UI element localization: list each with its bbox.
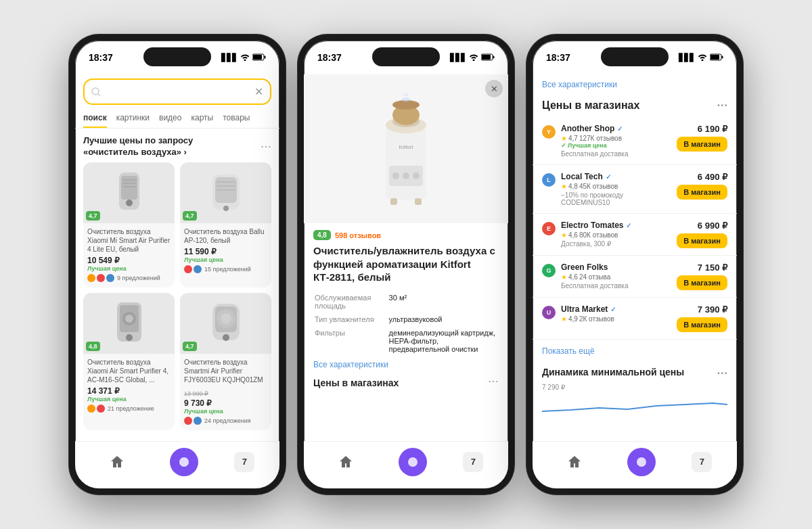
store-info-2: Local Tech ✓ ★ 4,8 45К отзывов −10% по п… [561, 172, 671, 206]
battery-icon-3 [710, 53, 723, 62]
spec-value-3: деминерализующий картридж, HEPA-фильтр, … [388, 326, 499, 356]
svg-point-19 [126, 334, 133, 341]
product-img-4: 4,7 [180, 293, 271, 354]
store-info-3: Electro Tomates ✓ ★ 4,6 80К отзывов Дост… [561, 221, 671, 248]
store-row-3: E Electro Tomates ✓ ★ 4,6 80К отзывов До… [533, 214, 737, 256]
svg-rect-1 [265, 55, 266, 58]
offers-count-1: 9 предложений [117, 275, 160, 281]
tab-goods[interactable]: товары [223, 109, 250, 128]
store-name-2: Local Tech [561, 172, 603, 181]
home-button-2[interactable] [329, 451, 363, 474]
best-price-2: Лучшая цена [184, 256, 267, 263]
best-price-1: Лучшая цена [87, 265, 171, 272]
tab-num-button-1[interactable]: 7 [234, 452, 254, 472]
search-input[interactable]: очиститель воздуха [105, 87, 250, 97]
store-name-row-3: Electro Tomates ✓ [561, 221, 671, 230]
product-info-3: Очиститель воздуха Xiaomi Air Smart Puri… [83, 354, 175, 418]
home-icon-2 [338, 455, 353, 469]
tab-search[interactable]: поиск [83, 109, 107, 128]
svg-point-35 [402, 97, 410, 101]
product-card[interactable]: 4,7 Очиститель воздуха Xiaomi Mi Smart A… [83, 162, 175, 288]
svg-point-40 [413, 172, 420, 179]
store-name-row-4: Green Folks [561, 262, 671, 272]
alice-button-1[interactable] [170, 448, 198, 476]
spec-row-1: Обслуживаемая площадь 30 м² [313, 291, 499, 313]
battery-icon-2 [481, 53, 495, 62]
product-price-3: 14 371 ₽ [87, 386, 171, 396]
dynamics-more-icon[interactable]: ⋯ [717, 367, 727, 380]
stores-more-icon[interactable]: ⋯ [488, 375, 499, 388]
rating-row: 4,8 598 отзывов [313, 230, 499, 240]
section-more-icon[interactable]: ⋯ [261, 140, 271, 153]
store-price-col-5: 7 390 ₽ В магазин [677, 304, 727, 332]
store-btn-4[interactable]: В магазин [677, 275, 727, 290]
offers-count-2: 15 предложений [204, 266, 251, 273]
tab-images[interactable]: картинки [116, 109, 150, 128]
home-button-1[interactable] [100, 451, 134, 474]
phone-prices: 18:37 ▋▋▋ Все характеристики Цены в мага… [526, 34, 743, 495]
reviews-link[interactable]: 598 отзывов [335, 231, 381, 239]
clear-icon[interactable]: ✕ [254, 85, 263, 98]
store-btn-2[interactable]: В магазин [677, 185, 727, 200]
purifier-svg-4 [206, 300, 246, 347]
tab-maps[interactable]: карты [191, 109, 213, 128]
product-detail-title: Очиститель/увлажнитель воздуха с функцие… [313, 244, 499, 284]
store-reviews-3: 80К отзывов [579, 231, 618, 239]
section-header: Лучшие цены по запросу«очиститель воздух… [75, 129, 279, 162]
bottom-bar-2: 7 [304, 441, 508, 488]
store-info-5: Ultra Market ✓ ★ 4,9 2К отзывов [561, 304, 671, 323]
store-price-3: 6 990 ₽ [677, 221, 727, 231]
product-card-2[interactable]: 4,7 Очиститель воздуха Ballu AP-120, бел… [180, 162, 271, 288]
prices-section-title: Цены в магазинах ⋯ [533, 95, 737, 117]
shop-logos-4: 24 предложения [184, 417, 267, 425]
product-img: 4,7 [83, 162, 175, 223]
show-more-link[interactable]: Показать ещё [533, 340, 737, 363]
home-icon [110, 455, 125, 469]
store-icon-1: Y [542, 125, 556, 139]
product-card-3[interactable]: 4,8 Очиститель воздуха Xiaomi Air Smart … [83, 293, 175, 430]
tab-num-button-3[interactable]: 7 [692, 452, 712, 472]
close-button[interactable]: ✕ [485, 80, 503, 97]
store-row-1: Y Another Shop ✓ ★ 4,7 127К отзывов ✓ [533, 117, 737, 165]
store-name-row-5: Ultra Market ✓ [561, 304, 671, 314]
store-price-4: 7 150 ₽ [677, 262, 727, 273]
best-price-tag-1: ✓ Лучшая цена [561, 142, 671, 149]
section-title: Лучшие цены по запросу«очиститель воздух… [83, 135, 193, 158]
store-reviews-5: 2К отзывов [579, 315, 614, 323]
prices-more-icon[interactable]: ⋯ [717, 99, 727, 112]
alice-button-2[interactable] [399, 448, 427, 476]
product-card-4[interactable]: 4,7 Очиститель воздуха Smartmi Air Purif… [180, 293, 271, 430]
nav-tabs: поиск картинки видео карты товары [75, 109, 279, 129]
search-bar[interactable]: очиститель воздуха ✕ [83, 78, 271, 105]
store-name-row-1: Another Shop ✓ [561, 124, 671, 133]
store-icon-4: G [542, 264, 556, 277]
dynamics-title: Динамика минимальной цены ⋯ [533, 363, 737, 384]
product-price-4: 9 730 ₽ [184, 398, 267, 408]
status-icons-2: ▋▋▋ [450, 53, 495, 62]
product-info: Очиститель воздуха Xiaomi Mi Smart Air P… [83, 223, 175, 288]
store-btn-5[interactable]: В магазин [677, 317, 727, 332]
tab-num-button-2[interactable]: 7 [463, 452, 483, 472]
svg-text:Kitfort: Kitfort [399, 144, 414, 150]
shop-logos-3: 21 предложение [87, 405, 171, 413]
all-chars-top-link[interactable]: Все характеристики [533, 74, 737, 95]
svg-point-36 [403, 93, 409, 96]
alice-button-3[interactable] [627, 448, 656, 476]
store-price-col-4: 7 150 ₽ В магазин [677, 262, 727, 290]
status-time: 18:37 [89, 52, 113, 63]
tab-video[interactable]: видео [159, 109, 181, 128]
product-detail-content: 4,8 598 отзывов Очиститель/увлажнитель в… [304, 223, 508, 396]
store-reviews-2: 45К отзывов [579, 183, 618, 190]
product-name-4: Очиститель воздуха Smartmi Air Purifier … [184, 358, 267, 384]
spec-label-3: Фильтры [313, 326, 388, 356]
store-btn-3[interactable]: В магазин [677, 233, 727, 248]
store-delivery-4: Бесплатная доставка [561, 282, 671, 290]
home-button-3[interactable] [558, 451, 591, 474]
store-icon-3: E [542, 222, 556, 235]
product-info-4: Очиститель воздуха Smartmi Air Purifier … [180, 354, 271, 430]
svg-rect-45 [722, 55, 723, 58]
status-time-3: 18:37 [546, 52, 570, 63]
prices-screen: Все характеристики Цены в магазинах ⋯ Y … [533, 74, 737, 441]
store-btn-1[interactable]: В магазин [677, 137, 727, 152]
all-chars-link[interactable]: Все характеристики [313, 360, 499, 369]
